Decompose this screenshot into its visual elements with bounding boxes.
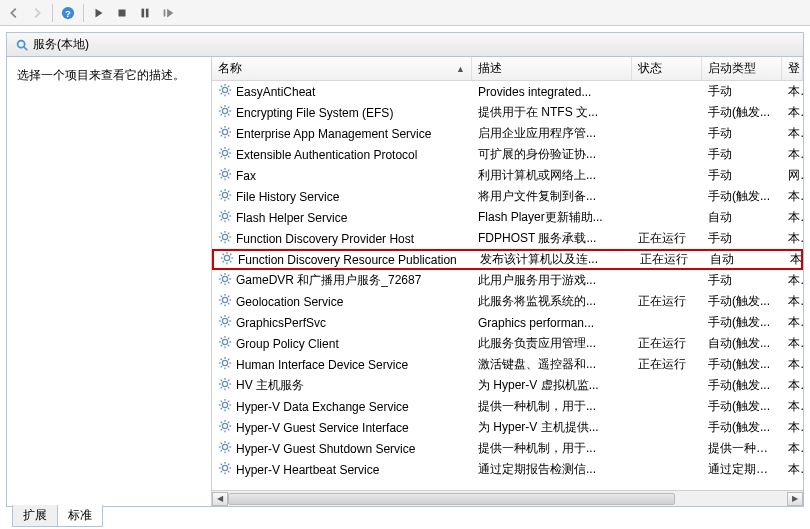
service-name-cell: Extensible Authentication Protocol	[212, 146, 472, 163]
column-description[interactable]: 描述	[472, 57, 632, 80]
service-row[interactable]: Hyper-V Data Exchange Service提供一种机制，用于..…	[212, 396, 803, 417]
svg-line-69	[221, 219, 222, 220]
service-name-cell: Group Policy Client	[212, 335, 472, 352]
svg-point-35	[222, 150, 227, 155]
pause-button[interactable]	[135, 3, 155, 23]
svg-line-150	[221, 408, 222, 409]
svg-line-49	[221, 170, 222, 171]
stop-button[interactable]	[112, 3, 132, 23]
svg-point-26	[222, 129, 227, 134]
service-row[interactable]: Function Discovery Resource Publication发…	[212, 249, 803, 270]
svg-line-139	[221, 380, 222, 381]
service-row[interactable]: EasyAntiCheatProvides integrated...手动本	[212, 81, 803, 102]
svg-line-94	[221, 275, 222, 276]
service-desc: 发布该计算机以及连...	[474, 251, 634, 268]
service-logon: 本	[782, 293, 803, 310]
service-row[interactable]: HV 主机服务为 Hyper-V 虚拟机监...手动(触发...本	[212, 375, 803, 396]
scroll-thumb[interactable]	[228, 493, 675, 505]
service-name: Hyper-V Guest Shutdown Service	[236, 442, 415, 456]
service-name: File History Service	[236, 190, 339, 204]
column-name[interactable]: 名称▲	[212, 57, 472, 80]
svg-point-170	[222, 465, 227, 470]
service-row[interactable]: Function Discovery Provider HostFDPHOST …	[212, 228, 803, 249]
gear-icon	[218, 83, 232, 100]
svg-line-51	[221, 177, 222, 178]
service-name: HV 主机服务	[236, 377, 304, 394]
restart-button[interactable]	[158, 3, 178, 23]
scroll-track[interactable]	[228, 492, 787, 506]
service-startup: 自动	[704, 251, 784, 268]
horizontal-scrollbar[interactable]: ◀ ▶	[212, 490, 803, 506]
service-startup: 自动(触发...	[702, 335, 782, 352]
service-name-cell: HV 主机服务	[212, 377, 472, 394]
svg-line-61	[228, 191, 229, 192]
service-desc: 提供一种机制，用于...	[472, 398, 632, 415]
service-startup: 手动(触发...	[702, 419, 782, 436]
service-row[interactable]: Group Policy Client此服务负责应用管理...正在运行自动(触发…	[212, 333, 803, 354]
svg-rect-5	[164, 9, 166, 16]
pane-header: 服务(本地)	[6, 32, 804, 56]
service-logon: 本	[782, 83, 803, 100]
svg-point-152	[222, 423, 227, 428]
service-desc: 激活键盘、遥控器和...	[472, 356, 632, 373]
service-logon: 本	[782, 230, 803, 247]
service-row[interactable]: Fax利用计算机或网络上...手动网	[212, 165, 803, 186]
service-row[interactable]: Hyper-V Guest Shutdown Service提供一种机制，用于.…	[212, 438, 803, 459]
tab-extended[interactable]: 扩展	[12, 505, 58, 527]
service-row[interactable]: Geolocation Service此服务将监视系统的...正在运行手动(触发…	[212, 291, 803, 312]
service-startup: 通过定期报告动(触...	[702, 461, 782, 478]
column-header-row: 名称▲ 描述 状态 启动类型 登	[212, 57, 803, 81]
svg-line-59	[228, 198, 229, 199]
back-button[interactable]	[4, 3, 24, 23]
scroll-right-button[interactable]: ▶	[787, 492, 803, 506]
gear-icon	[218, 377, 232, 394]
service-row[interactable]: Enterprise App Management Service启用企业应用程…	[212, 123, 803, 144]
svg-point-116	[222, 339, 227, 344]
gear-icon	[218, 125, 232, 142]
svg-line-58	[221, 191, 222, 192]
column-status[interactable]: 状态	[632, 57, 702, 80]
service-row[interactable]: GameDVR 和广播用户服务_72687此用户服务用于游戏...手动本	[212, 270, 803, 291]
scroll-left-button[interactable]: ◀	[212, 492, 228, 506]
svg-line-123	[221, 345, 222, 346]
svg-line-34	[228, 128, 229, 129]
forward-button[interactable]	[27, 3, 47, 23]
service-name-cell: GameDVR 和广播用户服务_72687	[212, 272, 472, 289]
service-name-cell: Enterprise App Management Service	[212, 125, 472, 142]
service-logon: 本	[782, 461, 803, 478]
svg-line-77	[228, 240, 229, 241]
service-startup: 手动(触发...	[702, 356, 782, 373]
svg-line-52	[228, 170, 229, 171]
service-startup: 手动(触发...	[702, 188, 782, 205]
help-button[interactable]: ?	[58, 3, 78, 23]
gear-icon	[218, 314, 232, 331]
svg-line-130	[221, 359, 222, 360]
column-startup-type[interactable]: 启动类型	[702, 57, 782, 80]
svg-line-31	[221, 128, 222, 129]
column-logon-as[interactable]: 登	[782, 57, 803, 80]
svg-line-169	[228, 443, 229, 444]
service-logon: 本	[784, 251, 801, 268]
service-desc: Graphics performan...	[472, 316, 632, 330]
service-startup: 自动	[702, 209, 782, 226]
service-row[interactable]: Hyper-V Guest Service Interface为 Hyper-V…	[212, 417, 803, 438]
svg-line-148	[221, 401, 222, 402]
service-row[interactable]: Flash Helper ServiceFlash Player更新辅助...自…	[212, 207, 803, 228]
service-row[interactable]: File History Service将用户文件复制到备...手动(触发...…	[212, 186, 803, 207]
start-button[interactable]	[89, 3, 109, 23]
svg-line-178	[228, 464, 229, 465]
svg-point-17	[222, 108, 227, 113]
service-name: Flash Helper Service	[236, 211, 347, 225]
service-desc: Provides integrated...	[472, 85, 632, 99]
service-row[interactable]: Encrypting File System (EFS)提供用于在 NTFS 文…	[212, 102, 803, 123]
service-row[interactable]: Hyper-V Heartbeat Service通过定期报告检测信...通过定…	[212, 459, 803, 480]
service-row[interactable]: Extensible Authentication Protocol可扩展的身份…	[212, 144, 803, 165]
service-name-cell: Function Discovery Resource Publication	[214, 251, 474, 268]
svg-line-50	[228, 177, 229, 178]
svg-line-78	[221, 240, 222, 241]
service-logon: 本	[782, 104, 803, 121]
service-row[interactable]: Human Interface Device Service激活键盘、遥控器和.…	[212, 354, 803, 375]
tab-standard[interactable]: 标准	[57, 505, 103, 527]
service-row[interactable]: GraphicsPerfSvcGraphics performan...手动(触…	[212, 312, 803, 333]
service-logon: 本	[782, 377, 803, 394]
